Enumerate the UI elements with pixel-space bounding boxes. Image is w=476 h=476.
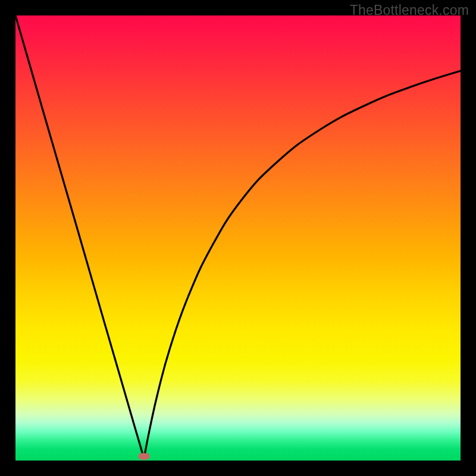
chart-background-gradient — [15, 15, 461, 461]
chart-minimum-marker — [139, 453, 150, 460]
chart-frame — [15, 15, 461, 461]
